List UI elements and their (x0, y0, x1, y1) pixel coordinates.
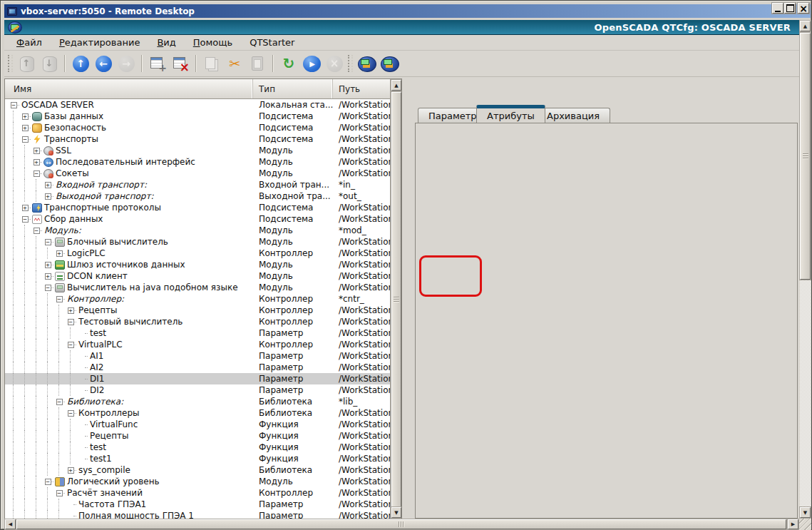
tree-scrollbar-thumb[interactable] (391, 92, 401, 507)
tree-row[interactable]: + Выходной транспорт: Выходной тра... *o… (5, 190, 402, 202)
collapse-toggle[interactable]: − (45, 285, 51, 291)
toolbar-handle[interactable] (348, 55, 353, 72)
tree-row[interactable]: − Вычислитель на java подобном языке Мод… (5, 282, 402, 293)
tree-row[interactable]: − Сокеты Модуль /WorkStation (5, 168, 402, 179)
tree-row[interactable]: test1 Функция /WorkStation (5, 453, 402, 464)
back-icon[interactable] (93, 53, 114, 73)
tree-row[interactable]: + Входной транспорт: Входной тран... *in… (5, 179, 402, 190)
up-icon[interactable] (70, 53, 91, 73)
tree-row[interactable]: AI1 Параметр /WorkStation (5, 350, 402, 362)
column-header-name[interactable]: Имя (5, 79, 253, 98)
expand-toggle[interactable]: + (45, 193, 51, 200)
tree-row[interactable]: − Библиотека: Библиотека *lib_ (5, 396, 402, 407)
menu-item-file[interactable]: Файл (10, 36, 48, 49)
collapse-toggle[interactable]: − (34, 228, 40, 234)
tree-row[interactable]: − Расчёт значений Контроллер /WorkStatio… (5, 487, 402, 499)
viewer-hscrollbar-thumb[interactable] (16, 519, 786, 529)
collapse-toggle[interactable]: − (56, 490, 63, 496)
expand-toggle[interactable]: + (45, 182, 51, 188)
tree-row[interactable]: − Блочный вычислитель Модуль /WorkStatio… (5, 236, 402, 248)
scroll-up-icon[interactable]: ▲ (391, 80, 401, 91)
expand-toggle[interactable]: + (56, 250, 63, 257)
tree-row[interactable]: Рецепты Функция /WorkStation (5, 430, 402, 442)
menu-item-qtstarter[interactable]: QTStarter (243, 36, 301, 49)
tree-row[interactable]: − Логический уровень Модуль /WorkStation (5, 476, 402, 487)
menu-item-edit[interactable]: Редактирование (53, 36, 146, 49)
scroll-up-icon[interactable]: ▲ (800, 21, 811, 31)
tree-row[interactable]: − Транспорты Подсистема /WorkStation (5, 133, 402, 145)
collapse-toggle[interactable]: − (68, 342, 74, 348)
tree-row[interactable]: Полная мощность ГПЭА 1 Параметр /WorkSta… (5, 510, 402, 519)
tree-row[interactable]: + Последовательный интерфейс Модуль /Wor… (5, 156, 402, 168)
menu-item-help[interactable]: Помощь (187, 36, 239, 49)
scroll-left-icon[interactable]: ◀ (5, 519, 16, 529)
tree-row[interactable]: − OSCADA SERVER Локальная ста... /WorkSt… (5, 99, 402, 111)
collapse-toggle[interactable]: − (45, 239, 51, 245)
tree-row[interactable]: − Тестовый вычислитель Контроллер /WorkS… (5, 316, 402, 327)
tree-row[interactable]: + LogicPLC Контроллер /WorkStation (5, 248, 402, 259)
tree-row[interactable]: DI2 Параметр /WorkStation (5, 384, 402, 396)
column-header-type[interactable]: Тип (253, 79, 333, 98)
tree-row[interactable]: − Модуль: Модуль *mod_ (5, 225, 402, 236)
tree-row[interactable]: + Базы данных Подсистема /WorkStation (5, 111, 402, 122)
collapse-toggle[interactable]: − (56, 296, 63, 302)
scroll-right-icon[interactable]: ▶ (788, 519, 798, 529)
app-titlebar[interactable]: OpenSCADA QTCfg: OSCADA SERVER (4, 20, 799, 35)
tree-row[interactable]: − VirtualPLC Контроллер /WorkStation (5, 339, 402, 350)
refresh-icon[interactable] (278, 53, 299, 73)
expand-toggle[interactable]: + (45, 273, 51, 280)
scroll-down-icon[interactable]: ▼ (800, 507, 811, 518)
tab-archiving[interactable]: Архивация (536, 108, 610, 123)
collapse-toggle[interactable]: − (11, 102, 17, 108)
openscada-starter-icon[interactable] (379, 53, 400, 73)
scroll-down-icon[interactable]: ▼ (391, 507, 401, 518)
collapse-toggle[interactable]: − (68, 319, 74, 325)
collapse-toggle[interactable]: − (34, 170, 40, 177)
expand-toggle[interactable]: + (68, 307, 74, 314)
start-icon[interactable] (301, 53, 322, 73)
viewer-horizontal-scrollbar[interactable]: ◀ ▶ (4, 519, 799, 530)
expand-toggle[interactable]: + (34, 159, 40, 165)
resize-grip[interactable] (799, 519, 811, 530)
tree-row[interactable]: − Контроллер: Контроллер *cntr_ (5, 293, 402, 305)
tree-row[interactable]: Частота ГПЭА1 Параметр /WorkStation (5, 499, 402, 510)
viewer-scrollbar-thumb[interactable] (800, 33, 811, 280)
tree-row[interactable]: − Сбор данных Подсистема /WorkStation (5, 213, 402, 225)
openscada-config-icon[interactable] (356, 53, 377, 73)
collapse-toggle[interactable]: − (22, 136, 29, 143)
cut-icon[interactable] (224, 53, 245, 73)
window-titlebar[interactable]: vbox-server:5050 - Remote Desktop (4, 4, 811, 18)
close-button[interactable] (798, 3, 809, 14)
delete-item-icon[interactable] (170, 53, 191, 73)
tree-row[interactable]: test Функция /WorkStation (5, 442, 402, 453)
tree-row[interactable]: + DCON клиент Модуль /WorkStation (5, 270, 402, 282)
expand-toggle[interactable]: + (22, 125, 29, 131)
tree-row[interactable]: + Рецепты Контроллер /WorkStation (5, 305, 402, 316)
tree-row[interactable]: VirtualFunc Функция /WorkStation (5, 419, 402, 430)
tree-vertical-scrollbar[interactable]: ▲ ▼ (390, 79, 401, 519)
menu-item-view[interactable]: Вид (150, 36, 182, 49)
maximize-button[interactable] (784, 3, 796, 14)
tree-row[interactable]: − Контроллеры Библиотека /WorkStation (5, 407, 402, 419)
collapse-toggle[interactable]: − (45, 479, 51, 485)
collapse-toggle[interactable]: − (56, 399, 63, 405)
tree-row[interactable]: + Безопасность Подсистема /WorkStation (5, 122, 402, 133)
expand-toggle[interactable]: + (34, 148, 40, 154)
minimize-button[interactable] (772, 3, 783, 14)
expand-toggle[interactable]: + (22, 205, 29, 211)
expand-toggle[interactable]: + (22, 113, 29, 120)
collapse-toggle[interactable]: − (22, 216, 29, 223)
tab-attributes[interactable]: Атрибуты (476, 105, 545, 123)
tree-row[interactable]: + Транспортные протоколы Подсистема /Wor… (5, 202, 402, 213)
tree-row[interactable]: DI1 Параметр /WorkStation (5, 373, 402, 384)
toolbar-handle[interactable] (8, 55, 13, 72)
collapse-toggle[interactable]: − (68, 410, 74, 417)
tree-row[interactable]: + SSL Модуль /WorkStation (5, 145, 402, 156)
tree-row[interactable]: + Шлюз источников данных Модуль /WorkSta… (5, 259, 402, 270)
expand-toggle[interactable]: + (68, 467, 74, 474)
expand-toggle[interactable]: + (45, 262, 51, 268)
add-item-icon[interactable] (147, 53, 168, 73)
viewer-vertical-scrollbar[interactable]: ▲ ▼ (799, 20, 811, 519)
tree-row[interactable]: + sys_compile Библиотека /WorkStation (5, 464, 402, 476)
tree-row[interactable]: test Параметр /WorkStation (5, 327, 402, 339)
